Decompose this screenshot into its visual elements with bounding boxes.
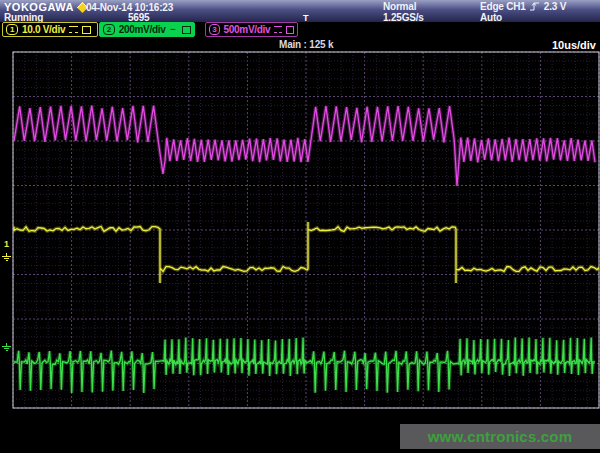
trace-ch1-glow bbox=[14, 222, 600, 283]
ch1-ground-marker-icon bbox=[1, 253, 12, 262]
watermark: www.cntronics.com bbox=[400, 424, 600, 449]
oscilloscope-screen: { "header": { "brand": "YOKOGAWA", "date… bbox=[0, 0, 600, 453]
waveform-display bbox=[0, 0, 600, 453]
ch2-ground-marker-icon bbox=[1, 343, 12, 352]
ch1-position-label: 1 bbox=[4, 239, 9, 249]
